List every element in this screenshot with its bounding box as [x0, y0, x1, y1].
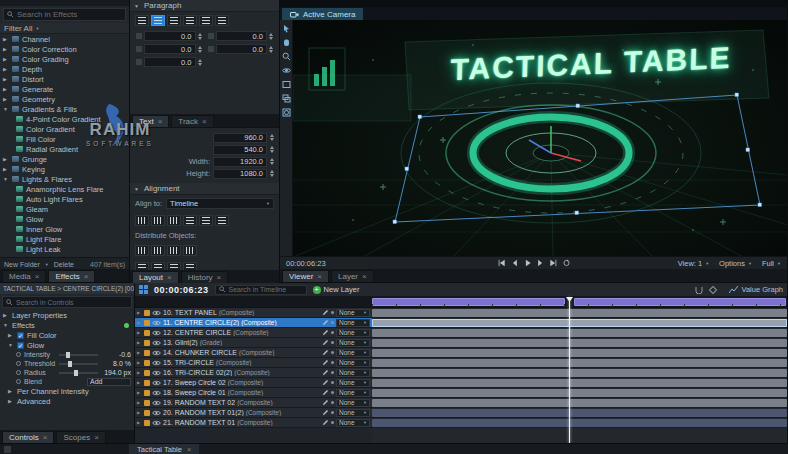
expand-arrow-icon[interactable] — [137, 310, 142, 315]
select-tool-icon[interactable] — [282, 24, 291, 33]
layer-duration-bar[interactable] — [372, 329, 787, 337]
visibility-eye-icon[interactable] — [152, 330, 161, 336]
full-dropdown[interactable]: Full — [762, 259, 781, 268]
layer-color-swatch[interactable] — [144, 320, 150, 326]
slider-thumb[interactable] — [68, 361, 72, 367]
timeline-track-row[interactable] — [372, 358, 787, 368]
spinner-stepper[interactable] — [270, 146, 274, 153]
slider-thumb[interactable] — [74, 370, 78, 376]
effects-list-item[interactable]: Gleam — [0, 204, 129, 214]
obj-align-top-button[interactable] — [183, 215, 197, 226]
tab-close-icon[interactable] — [167, 273, 172, 282]
justify-right-button[interactable] — [215, 15, 229, 26]
fill-color-effect-row[interactable]: Fill Color — [0, 330, 134, 340]
layer-properties-section[interactable]: Layer Properties — [0, 310, 134, 320]
expand-arrow-icon[interactable] — [8, 332, 14, 338]
field-value[interactable]: 0.0 — [144, 44, 196, 54]
align-to-dropdown[interactable]: Timeline — [166, 198, 274, 209]
field-value[interactable]: 0.0 — [216, 31, 268, 41]
expand-arrow-icon[interactable] — [137, 390, 142, 395]
edit-pen-icon[interactable] — [322, 359, 329, 366]
grid-icon[interactable] — [139, 285, 148, 294]
previous-frame-button[interactable] — [510, 259, 518, 267]
go-to-start-button[interactable] — [497, 259, 505, 267]
distribute-hgap-button[interactable] — [183, 245, 197, 256]
project-tab[interactable]: Tactical Table — [129, 444, 199, 454]
panel-tab[interactable]: Text — [132, 115, 169, 127]
expand-arrow-icon[interactable] — [3, 312, 9, 318]
timeline-layer-row[interactable]: 10. TEXT PANEL (Composite) None — [135, 308, 372, 318]
panel-tab[interactable]: Layout — [132, 271, 179, 283]
layer-color-swatch[interactable] — [144, 330, 150, 336]
layer-duration-bar[interactable] — [372, 389, 787, 397]
property-value[interactable]: -0.6 — [101, 351, 131, 358]
clip-bar[interactable] — [574, 298, 786, 306]
expand-arrow-icon[interactable] — [3, 166, 9, 172]
tab-close-icon[interactable] — [43, 433, 48, 442]
visibility-eye-icon[interactable] — [152, 390, 161, 396]
expand-arrow-icon[interactable] — [3, 106, 9, 112]
go-to-end-button[interactable] — [549, 259, 557, 267]
timeline-track-row[interactable] — [372, 418, 787, 428]
obj-align-bottom-button[interactable] — [215, 215, 229, 226]
tab-close-icon[interactable] — [362, 272, 367, 281]
timeline-track-row[interactable] — [372, 348, 787, 358]
effects-list-item[interactable]: Color Correction — [0, 44, 129, 54]
timeline-layer-row[interactable]: 11. CENTRE CIRCLE(2) (Composite) None — [135, 318, 372, 328]
spinner-stepper[interactable] — [270, 158, 274, 165]
advanced-row[interactable]: Advanced — [0, 396, 134, 406]
expand-arrow-icon[interactable] — [137, 370, 142, 375]
blend-none-dropdown[interactable]: None — [336, 409, 370, 417]
value-graph-toggle[interactable]: Value Graph — [729, 285, 783, 294]
visibility-eye-icon[interactable] — [152, 360, 161, 366]
spinner-stepper[interactable] — [269, 33, 273, 40]
layer-duration-bar[interactable] — [372, 309, 787, 317]
timeline-track-row[interactable] — [372, 408, 787, 418]
loop-button[interactable] — [562, 259, 570, 267]
layer-duration-bar[interactable] — [372, 339, 787, 347]
expand-arrow-icon[interactable] — [3, 76, 9, 82]
tab-close-icon[interactable] — [202, 117, 207, 126]
effects-list-item[interactable]: Grunge — [0, 154, 129, 164]
viewer-canvas[interactable]: TACTICAL TABLE — [293, 20, 787, 256]
edit-pen-icon[interactable] — [322, 409, 329, 416]
blend-none-dropdown[interactable]: None — [336, 339, 370, 347]
effects-list-item[interactable]: Anamorphic Lens Flare — [0, 184, 129, 194]
edit-pen-icon[interactable] — [322, 379, 329, 386]
view-dropdown[interactable]: View: 1 — [678, 259, 709, 268]
paragraph-section-header[interactable]: Paragraph — [130, 0, 279, 12]
visibility-eye-icon[interactable] — [152, 320, 161, 326]
effects-list-item[interactable]: 4-Point Color Gradient — [0, 114, 129, 124]
timeline-track-row[interactable] — [372, 398, 787, 408]
layer-duration-bar[interactable] — [372, 319, 787, 327]
expand-arrow-icon[interactable] — [3, 86, 9, 92]
expand-arrow-icon[interactable] — [3, 56, 9, 62]
panel-tab[interactable]: Effects — [48, 270, 95, 282]
distribute-right-button[interactable] — [167, 245, 181, 256]
numeric-field[interactable]: 0.0 — [208, 31, 274, 41]
blend-none-dropdown[interactable]: None — [336, 369, 370, 377]
edit-pen-icon[interactable] — [322, 319, 329, 326]
expand-arrow-icon[interactable] — [8, 342, 14, 348]
tab-close-icon[interactable] — [94, 433, 99, 442]
blend-none-dropdown[interactable]: None — [336, 329, 370, 337]
panel-tab[interactable]: Layer — [331, 270, 374, 282]
layer-color-swatch[interactable] — [144, 350, 150, 356]
slider-thumb[interactable] — [66, 352, 70, 358]
effects-list-item[interactable]: Auto Light Flares — [0, 194, 129, 204]
layer-duration-bar[interactable] — [372, 409, 787, 417]
timeline-layer-row[interactable]: 13. Glint(2) (Grade) None — [135, 338, 372, 348]
effects-list-item[interactable]: Color Grading — [0, 54, 129, 64]
obj-align-left-button[interactable] — [135, 215, 149, 226]
timeline-layer-row[interactable]: 15. TRI-CIRCLE (Composite) None — [135, 358, 372, 368]
playhead-line[interactable] — [569, 297, 570, 443]
timeline-track-row[interactable] — [372, 328, 787, 338]
timeline-layer-row[interactable]: 21. RANDOM TEXT 01 (Composite) None — [135, 418, 372, 428]
effects-list-item[interactable]: Lights & Flares — [0, 174, 129, 184]
field-value[interactable]: 0.0 — [216, 44, 268, 54]
effects-list-item[interactable]: Distort — [0, 74, 129, 84]
reset-icon[interactable] — [16, 379, 21, 384]
timeline-track-row[interactable] — [372, 388, 787, 398]
numeric-field[interactable]: 0.0 — [136, 31, 202, 41]
effects-list-item[interactable]: Geometry — [0, 94, 129, 104]
